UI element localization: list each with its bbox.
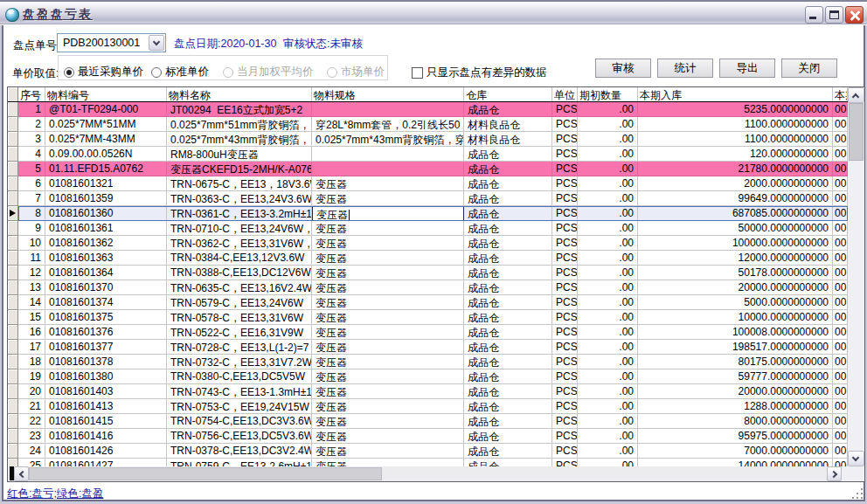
close-button[interactable]: 关闭 (781, 59, 837, 78)
row-header-cell[interactable] (8, 117, 18, 132)
cell-spec[interactable] (312, 162, 464, 176)
cell-unit[interactable]: PCS (552, 221, 578, 236)
cell-spec[interactable]: 变压器 (312, 280, 464, 295)
cell-q0[interactable]: .00 (578, 251, 638, 266)
cell-wh[interactable]: 成品仓 (464, 459, 552, 466)
cell-qin[interactable]: 14000.0000000000 (638, 459, 833, 466)
cell-spec[interactable]: 变压器 (312, 236, 464, 251)
grid-corner-cell[interactable] (8, 87, 18, 101)
column-header-4[interactable]: 物料规格 (312, 87, 464, 101)
cell-unit[interactable]: PCS (552, 236, 578, 251)
cell-qin[interactable]: 7000.0000000000 (638, 444, 833, 459)
cell-qin[interactable]: 50178.0000000000 (638, 266, 833, 280)
cell-wh[interactable]: 成品仓 (464, 384, 552, 399)
cell-name[interactable]: TRN-0363-C，EE13,24V3.6W (167, 191, 312, 206)
row-header-cell[interactable] (8, 132, 18, 147)
cell-wh[interactable]: 成品仓 (464, 340, 552, 355)
cell-no[interactable]: 3 (18, 132, 45, 147)
cell-no[interactable]: 25 (18, 459, 45, 466)
cell-next[interactable]: 00 (833, 459, 848, 466)
row-header-cell[interactable] (8, 414, 18, 429)
row-header-cell[interactable] (8, 191, 18, 206)
row-header-cell[interactable] (8, 399, 18, 414)
cell-unit[interactable]: PCS (552, 117, 578, 132)
cell-wh[interactable]: 成品仓 (464, 147, 552, 162)
row-header-cell[interactable] (8, 147, 18, 162)
cell-code[interactable]: 01081601370 (45, 280, 167, 295)
radio-price-mode-1[interactable]: 标准单价 (151, 66, 209, 79)
cell-qin[interactable]: 1288.0000000000 (638, 399, 833, 414)
row-header-cell[interactable] (8, 280, 18, 295)
column-header-5[interactable]: 仓库 (464, 87, 552, 101)
cell-qin[interactable]: 50000.0000000000 (638, 221, 833, 236)
statistics-button[interactable]: 统计 (657, 59, 713, 78)
cell-code[interactable]: 01081601413 (45, 399, 167, 414)
cell-spec[interactable]: 变压器 (312, 176, 464, 191)
cell-code[interactable]: 01081601376 (45, 325, 167, 340)
column-header-1[interactable]: 序号 (18, 87, 45, 101)
cell-name[interactable]: RM8-800uH变压器 (167, 147, 312, 162)
cell-q0[interactable]: .00 (578, 295, 638, 310)
cell-q0[interactable]: .00 (578, 280, 638, 295)
cell-name[interactable]: TRN-0378-C,EE13,DC3V2.4W (167, 444, 312, 459)
cell-code[interactable]: 01081601361 (45, 221, 167, 236)
cell-name[interactable]: TRN-0361-C，EE13-3.2mH±1 (167, 206, 312, 221)
cell-next[interactable]: 00 (833, 280, 848, 295)
cell-no[interactable]: 24 (18, 444, 45, 459)
cell-no[interactable]: 11 (18, 251, 45, 266)
cell-qin[interactable]: 95975.0000000000 (638, 429, 833, 444)
cell-spec[interactable]: 变压器 (312, 221, 464, 236)
row-header-cell[interactable] (8, 221, 18, 236)
cell-wh[interactable]: 成品仓 (464, 176, 552, 191)
cell-code[interactable]: 01081601378 (45, 355, 167, 369)
cell-no[interactable]: 6 (18, 176, 45, 191)
audit-button[interactable]: 审核 (595, 59, 651, 78)
cell-unit[interactable]: PCS (552, 340, 578, 355)
combobox-dropdown-button[interactable] (149, 35, 164, 51)
row-header-cell[interactable] (8, 162, 18, 176)
horizontal-scrollbar[interactable] (8, 466, 842, 481)
cell-name[interactable]: TRN-0675-C，EE13，18V3.6W (167, 176, 312, 191)
cell-code[interactable]: 01081601416 (45, 429, 167, 444)
cell-code[interactable]: 01081601363 (45, 251, 167, 266)
maximize-button[interactable] (825, 6, 843, 24)
cell-next[interactable]: 00 (833, 295, 848, 310)
column-header-7[interactable]: 期初数量 (578, 87, 638, 101)
cell-qin[interactable]: 80175.0000000000 (638, 355, 833, 369)
vertical-scrollbar-thumb[interactable] (849, 103, 864, 161)
cell-spec[interactable]: 变压器 (312, 340, 464, 355)
cell-code[interactable]: 01081601426 (45, 444, 167, 459)
cell-next[interactable]: 00 (833, 355, 848, 369)
cell-no[interactable]: 10 (18, 236, 45, 251)
cell-code[interactable]: 01081601359 (45, 191, 167, 206)
minimize-button[interactable] (805, 6, 823, 24)
cell-qin[interactable]: 687085.0000000000 (638, 206, 833, 221)
cell-no[interactable]: 21 (18, 399, 45, 414)
cell-next[interactable]: 00 (833, 399, 848, 414)
cell-next[interactable]: 00 (833, 221, 848, 236)
cell-spec[interactable]: 变压器 (312, 444, 464, 459)
cell-next[interactable]: 00 (833, 206, 848, 221)
cell-qin[interactable]: 12000.0000000000 (638, 251, 833, 266)
cell-no[interactable]: 1 (18, 102, 45, 117)
column-header-9[interactable]: 本期 (833, 87, 848, 101)
cell-q0[interactable]: .00 (578, 236, 638, 251)
cell-qin[interactable]: 10000.0000000000 (638, 310, 833, 325)
cell-name[interactable]: TRN-0753-C，EE19,24V15W (167, 399, 312, 414)
cell-name[interactable]: TRN-0380-C,EE13,DC5V5W (167, 369, 312, 384)
cell-unit[interactable]: PCS (552, 251, 578, 266)
cell-spec[interactable]: 变压器 (312, 251, 464, 266)
cell-spec[interactable]: 变压器 (312, 325, 464, 340)
cell-q0[interactable]: .00 (578, 310, 638, 325)
cell-no[interactable]: 4 (18, 147, 45, 162)
column-header-8[interactable]: 本期入库 (638, 87, 833, 101)
cell-q0[interactable]: .00 (578, 221, 638, 236)
cell-next[interactable]: 00 (833, 325, 848, 340)
cell-qin[interactable]: 120.0000000000 (638, 147, 833, 162)
cell-next[interactable]: 00 (833, 162, 848, 176)
cell-name[interactable]: JT00294 EE16立式加宽5+2 (167, 102, 312, 117)
cell-wh[interactable]: 成品仓 (464, 369, 552, 384)
cell-code[interactable]: 01081601427 (45, 459, 167, 466)
cell-name[interactable]: TRN-0635-C，EE13,16V2.4W (167, 280, 312, 295)
cell-q0[interactable]: .00 (578, 384, 638, 399)
